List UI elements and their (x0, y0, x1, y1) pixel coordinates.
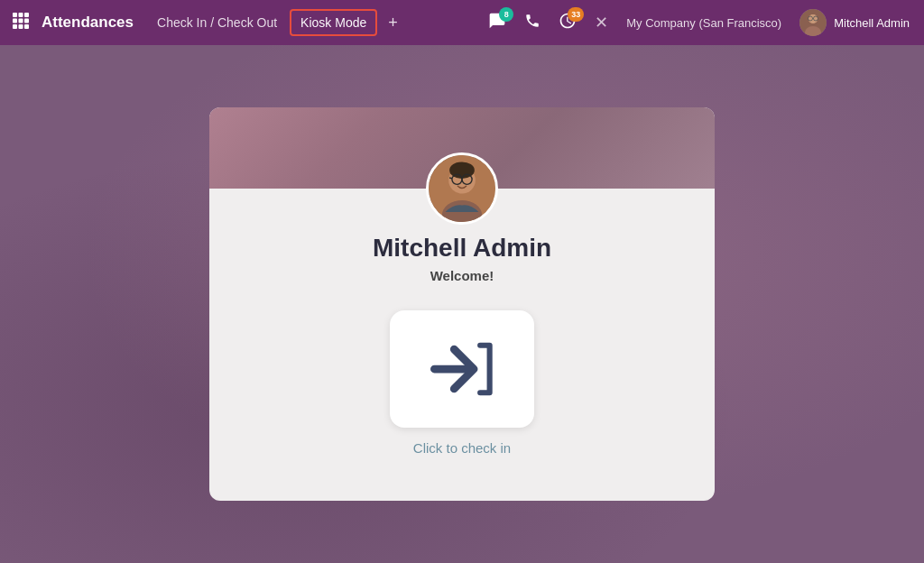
card-header (209, 107, 715, 189)
nav-add[interactable]: + (381, 10, 405, 36)
svg-rect-8 (24, 24, 29, 29)
chat-icon-btn[interactable]: 8 (481, 7, 513, 39)
svg-rect-6 (13, 24, 17, 29)
activity-badge: 33 (568, 7, 584, 22)
close-icon[interactable]: ✕ (587, 8, 615, 37)
user-name-nav: Mitchell Admin (834, 16, 910, 30)
welcome-message: Welcome! (430, 268, 494, 283)
svg-rect-2 (24, 13, 29, 17)
card-body: Mitchell Admin Welcome! Click to check i… (209, 189, 715, 465)
phone-icon-btn[interactable] (517, 8, 548, 38)
svg-point-12 (808, 14, 818, 23)
kiosk-user-name: Mitchell Admin (373, 234, 551, 263)
brand-title[interactable]: Attendances (42, 14, 134, 32)
svg-rect-5 (24, 18, 29, 23)
nav-checkin[interactable]: Check In / Check Out (148, 10, 286, 35)
navbar: ​ Attendances Check In / Check Out Kiosk… (0, 0, 924, 45)
checkin-arrow-icon (426, 337, 498, 401)
svg-rect-4 (19, 18, 23, 23)
kiosk-card: Mitchell Admin Welcome! Click to check i… (209, 107, 715, 501)
svg-line-23 (449, 178, 452, 179)
grid-icon[interactable]: ​ (7, 7, 34, 39)
chat-badge: 8 (499, 7, 513, 22)
user-avatar-small (799, 9, 827, 36)
svg-rect-3 (13, 18, 17, 23)
svg-rect-1 (19, 13, 23, 17)
user-menu[interactable]: Mitchell Admin (792, 5, 917, 40)
checkin-label[interactable]: Click to check in (413, 440, 511, 456)
user-avatar-large (426, 152, 498, 225)
main-content: Mitchell Admin Welcome! Click to check i… (0, 45, 924, 563)
svg-rect-0 (13, 13, 17, 17)
activity-icon-btn[interactable]: 33 (551, 7, 584, 39)
nav-kiosk[interactable]: Kiosk Mode (290, 9, 377, 36)
company-name[interactable]: My Company (San Francisco) (619, 13, 789, 33)
svg-rect-7 (19, 24, 23, 29)
checkin-button[interactable] (390, 310, 534, 428)
